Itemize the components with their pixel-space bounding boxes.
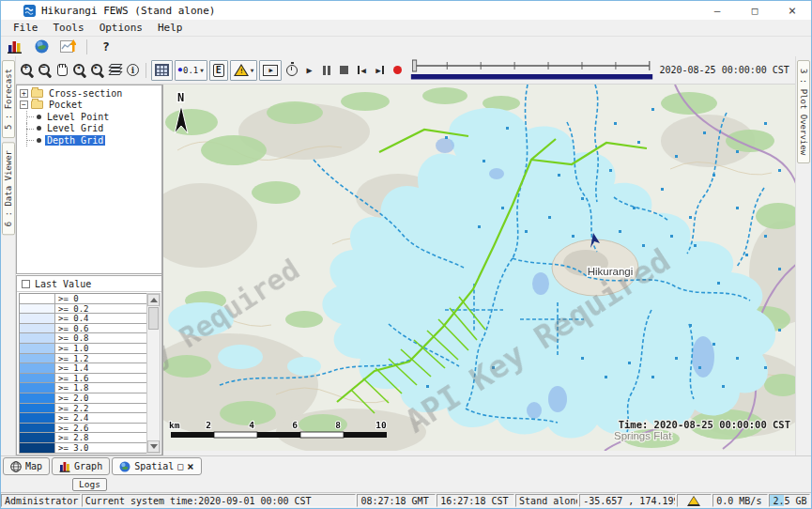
tab-map[interactable]: Map	[3, 457, 50, 475]
title-bar: Hikurangi FEWS (Stand alone) — □ ×	[1, 1, 811, 20]
database-chart-button[interactable]	[5, 38, 25, 55]
thresholds-dropdown[interactable]: ! ▼	[230, 60, 258, 81]
step-back-icon: ◀	[358, 66, 365, 75]
legend-row: >= 2.0	[20, 393, 146, 404]
legend-row: >= 1.4	[20, 363, 146, 374]
zoom-in-button[interactable]: +	[20, 60, 36, 81]
time-slider[interactable]	[410, 59, 653, 82]
stop-icon	[340, 66, 348, 74]
legend-row: >= 1.0	[20, 344, 146, 354]
movie-icon: ▶	[263, 65, 278, 76]
scroll-down-icon[interactable]	[147, 440, 160, 453]
zoom-out-button[interactable]: −	[38, 60, 54, 81]
menu-item-help[interactable]: Help	[151, 21, 190, 35]
info-icon: i	[127, 64, 139, 76]
logs-bar: Logs	[1, 476, 811, 492]
legend-color-swatch	[20, 424, 54, 433]
animation-dialog-button[interactable]: ▶	[259, 60, 282, 81]
tab-close-icon[interactable]: ×	[187, 462, 193, 471]
data-viewer-panel: + Cross-section − Pocket	[16, 85, 162, 455]
right-panel-strip: 3 : Plot Overview	[795, 56, 811, 455]
status-user: Administrator	[1, 494, 81, 507]
step-to-start-button[interactable]: ◀	[354, 60, 370, 81]
main-toolbar: ?	[1, 37, 811, 56]
map-toolbar: + − ◂ ▸ i ● 0.1 ▼ E ! ▼ ▶	[16, 56, 795, 85]
status-warning-icon	[687, 496, 700, 506]
stop-button[interactable]	[337, 60, 353, 81]
help-icon: ?	[102, 39, 110, 54]
window-title: Hikurangi FEWS (Stand alone)	[41, 5, 215, 17]
tab-spatial[interactable]: Spatial □ ×	[112, 457, 201, 475]
status-bar: Administrator Current system time:2020-0…	[1, 492, 811, 508]
interval-value: 0.1	[183, 66, 198, 75]
maximize-button[interactable]: □	[736, 1, 774, 20]
panel-tab-plot-overview[interactable]: 3 : Plot Overview	[797, 60, 810, 163]
pause-button[interactable]	[319, 60, 335, 81]
svg-text:4: 4	[249, 420, 254, 430]
timeseries-edit-button[interactable]	[57, 38, 78, 55]
layers-button[interactable]	[108, 60, 124, 81]
map-canvas[interactable]: API Key Required API Key Required Hikura…	[162, 85, 795, 455]
svg-text:10: 10	[375, 420, 387, 430]
tree-item-depth-grid[interactable]: Depth Grid	[17, 134, 161, 147]
play-button[interactable]: ▶	[301, 60, 317, 81]
tree-node-icon	[37, 138, 41, 143]
panel-tab-forecast[interactable]: 5 : Forecast	[2, 60, 15, 138]
place-label-springs-flat: Springs Flat	[614, 430, 672, 441]
last-value-checkbox[interactable]	[22, 280, 30, 288]
panel-tab-data-viewer[interactable]: 6 : Data Viewer	[2, 142, 15, 235]
filters-tree: + Cross-section − Pocket	[16, 85, 161, 274]
timer-icon	[286, 65, 298, 76]
logs-button[interactable]: Logs	[72, 478, 107, 491]
step-forward-icon: ▶	[375, 66, 383, 75]
svg-text:8: 8	[335, 420, 341, 430]
menu-item-file[interactable]: File	[7, 21, 45, 35]
app-logo-icon	[23, 5, 36, 17]
menu-item-tools[interactable]: Tools	[47, 21, 91, 35]
legend-color-swatch	[20, 443, 54, 453]
info-button[interactable]: i	[125, 60, 141, 81]
record-button[interactable]	[390, 60, 406, 81]
menu-item-options[interactable]: Options	[93, 21, 149, 35]
help-button[interactable]: ?	[96, 38, 116, 55]
svg-text:6: 6	[292, 420, 298, 430]
tree-expander-icon[interactable]: −	[20, 100, 28, 109]
legend-color-swatch	[20, 374, 54, 383]
status-warning	[677, 494, 712, 507]
legend-row: >= 1.8	[20, 383, 146, 393]
tab-graph[interactable]: Graph	[52, 457, 110, 475]
scrollbar-thumb[interactable]	[148, 307, 159, 330]
globe-icon	[35, 39, 49, 54]
dot-icon: ●	[178, 67, 182, 73]
tree-item-pocket[interactable]: − Pocket	[17, 100, 161, 112]
tree-expander-icon[interactable]: +	[20, 89, 28, 98]
zoom-previous-button[interactable]: ◂	[72, 60, 88, 81]
grid-display-button[interactable]	[151, 60, 173, 81]
time-slider-handle[interactable]	[413, 60, 417, 71]
labels-toggle-button[interactable]: E	[209, 60, 228, 81]
pan-button[interactable]	[54, 60, 70, 81]
svg-text:2: 2	[206, 420, 211, 430]
tab-maximize-icon[interactable]: □	[177, 462, 183, 471]
tree-item-level-point[interactable]: Level Point	[17, 111, 161, 123]
tree-node-icon	[37, 126, 41, 131]
scroll-up-icon[interactable]	[147, 294, 160, 306]
step-to-end-button[interactable]: ▶	[372, 60, 388, 81]
tree-item-level-grid[interactable]: Level Grid	[17, 123, 161, 135]
svg-text:km: km	[169, 420, 180, 430]
record-icon	[393, 66, 402, 74]
tree-item-cross-section[interactable]: + Cross-section	[17, 87, 161, 100]
legend-color-swatch	[20, 413, 54, 423]
globe-icon	[119, 461, 130, 472]
left-panel-strip: 5 : Forecast6 : Data Viewer	[1, 56, 16, 455]
close-button[interactable]: ×	[774, 1, 811, 20]
time-slider-track	[410, 59, 653, 82]
timer-settings-button[interactable]	[283, 60, 299, 81]
classbreak-interval-dropdown[interactable]: ● 0.1 ▼	[175, 60, 207, 81]
spatial-display-button[interactable]	[31, 38, 52, 55]
legend-scrollbar[interactable]	[146, 293, 161, 454]
zoom-previous-icon: ◂	[72, 63, 87, 78]
minimize-button[interactable]: —	[698, 1, 736, 20]
status-memory: 2.5 GB	[769, 494, 810, 507]
zoom-next-button[interactable]: ▸	[90, 60, 106, 81]
